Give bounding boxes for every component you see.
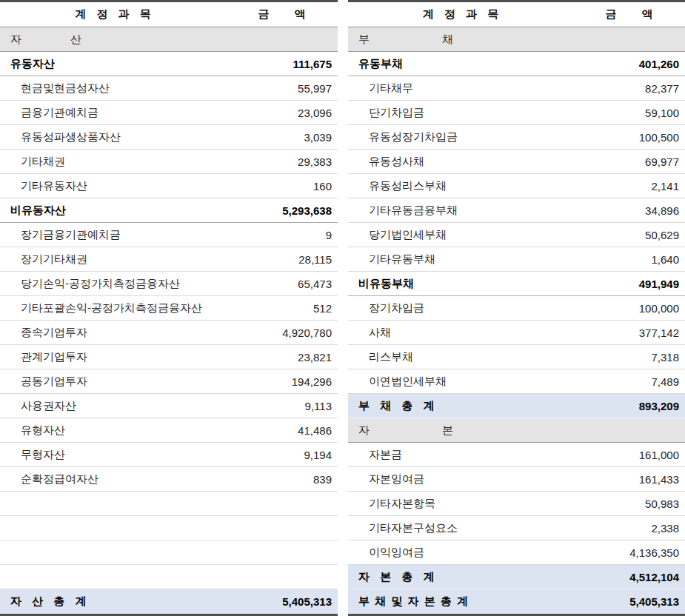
account-label: 장기금융기관예치금 bbox=[0, 228, 121, 242]
account-label: 비유동자산 bbox=[0, 204, 66, 218]
account-label: 기타자본항목 bbox=[348, 497, 435, 511]
amount-value: 50,983 bbox=[645, 498, 685, 510]
section-char-left: 자 bbox=[358, 424, 370, 438]
amount-value: 7,318 bbox=[651, 351, 685, 364]
table-header-row: 계 정 과 목 금 액 bbox=[0, 2, 338, 27]
account-label: 자본잉여금 bbox=[348, 472, 424, 486]
account-label: 당기손익-공정가치측정금융자산 bbox=[0, 277, 180, 291]
account-label: 공동기업투자 bbox=[0, 375, 87, 389]
amount-value: 512 bbox=[313, 302, 338, 315]
amount-value: 50,629 bbox=[645, 229, 685, 241]
account-label: 순확정급여자산 bbox=[0, 472, 98, 486]
amount-value: 2,141 bbox=[651, 180, 685, 192]
table-row-item: 현금및현금성자산55,997 bbox=[0, 76, 338, 101]
table-row-item: 기타유동부채1,640 bbox=[348, 247, 685, 272]
account-label: 사채 bbox=[348, 326, 391, 340]
table-row-item: 기타유동자산160 bbox=[0, 174, 338, 198]
table-row-group: 유동자산111,675 bbox=[0, 52, 338, 76]
amount-value: 5,405,313 bbox=[282, 595, 338, 608]
amount-value: 59,100 bbox=[645, 107, 685, 119]
amount-value: 9,194 bbox=[304, 449, 338, 461]
amount-value: 23,096 bbox=[298, 107, 338, 119]
table-row-item: 당기손익-공정가치측정금융자산65,473 bbox=[0, 272, 338, 296]
account-label: 부 채 및 자 본 총 계 bbox=[348, 595, 469, 609]
amount-value: 29,383 bbox=[298, 155, 338, 168]
table-row-item: 유형자산41,486 bbox=[0, 418, 338, 443]
header-amount: 금 액 bbox=[227, 7, 338, 21]
account-label: 단기차입금 bbox=[348, 106, 424, 120]
table-row-item: 기타채무82,377 bbox=[348, 76, 685, 101]
section-label: 자본 bbox=[358, 424, 453, 438]
amount-value: 401,260 bbox=[639, 58, 685, 70]
header-account: 계 정 과 목 bbox=[0, 7, 227, 21]
account-label: 사용권자산 bbox=[0, 399, 76, 413]
table-row-item: 종속기업투자4,920,780 bbox=[0, 321, 338, 345]
table-row-item: 자본잉여금161,433 bbox=[348, 467, 685, 492]
amount-value: 69,977 bbox=[645, 155, 685, 168]
amount-value: 82,377 bbox=[645, 82, 685, 95]
account-label: 기타포괄손익-공정가치측정금융자산 bbox=[0, 301, 202, 315]
table-row-item: 기타유동금융부채34,896 bbox=[348, 198, 685, 223]
account-label: 이익잉여금 bbox=[348, 546, 424, 560]
table-row-item: 관계기업투자23,821 bbox=[0, 345, 338, 369]
table-row-item: 단기차입금59,100 bbox=[348, 101, 685, 125]
amount-value: 41,486 bbox=[298, 424, 338, 437]
amount-value: 893,209 bbox=[639, 400, 685, 412]
table-row-total: 부 채 총 계893,209 bbox=[348, 394, 685, 418]
table-row-item: 기타채권29,383 bbox=[0, 150, 338, 174]
table-row-empty bbox=[0, 540, 338, 565]
section-char-right: 본 bbox=[442, 424, 453, 438]
account-label: 유동성리스부채 bbox=[348, 179, 447, 193]
table-row-item: 유동성리스부채2,141 bbox=[348, 174, 685, 198]
account-label: 자 본 총 계 bbox=[348, 570, 435, 584]
table-row-item: 이익잉여금4,136,350 bbox=[348, 540, 685, 565]
amount-value: 55,997 bbox=[298, 82, 338, 95]
table-row-item: 기타포괄손익-공정가치측정금융자산512 bbox=[0, 296, 338, 321]
account-label: 부 채 총 계 bbox=[348, 399, 435, 413]
account-label: 유동성사채 bbox=[348, 155, 424, 169]
account-label: 유동성장기차입금 bbox=[348, 130, 458, 144]
account-label: 유동자산 bbox=[0, 57, 55, 71]
table-row-item: 기타자본구성요소2,338 bbox=[348, 516, 685, 540]
table-row-empty bbox=[0, 565, 338, 589]
amount-value: 100,000 bbox=[639, 302, 685, 315]
balance-sheet: 계 정 과 목 금 액 자산유동자산111,675현금및현금성자산55,997금… bbox=[0, 0, 685, 616]
table-row-item: 장기차입금100,000 bbox=[348, 296, 685, 321]
section-char-right: 채 bbox=[442, 33, 453, 47]
account-label: 유동성파생상품자산 bbox=[0, 130, 121, 144]
table-row-total: 자 본 총 계4,512,104 bbox=[348, 565, 685, 589]
table-row-item: 무형자산9,194 bbox=[0, 443, 338, 467]
amount-value: 160 bbox=[313, 180, 338, 192]
table-row-empty bbox=[0, 516, 338, 540]
amount-value: 7,489 bbox=[651, 375, 685, 388]
table-row-section: 자산 bbox=[0, 27, 338, 52]
amount-value: 34,896 bbox=[645, 204, 685, 217]
table-row-total: 자 산 총 계5,405,313 bbox=[0, 589, 338, 614]
section-label: 부채 bbox=[358, 33, 453, 47]
account-label: 기타자본구성요소 bbox=[348, 521, 458, 535]
amount-value: 5,405,313 bbox=[629, 595, 685, 608]
amount-value: 2,338 bbox=[651, 522, 685, 535]
amount-value: 3,039 bbox=[304, 131, 338, 144]
amount-value: 839 bbox=[313, 473, 338, 486]
table-row-group: 비유동자산5,293,638 bbox=[0, 198, 338, 223]
table-body: 부채유동부채401,260기타채무82,377단기차입금59,100유동성장기차… bbox=[348, 27, 685, 614]
account-label: 기타유동금융부채 bbox=[348, 204, 458, 218]
account-label: 유형자산 bbox=[0, 424, 65, 438]
table-row-section: 자본 bbox=[348, 418, 685, 443]
account-label: 자 산 총 계 bbox=[0, 595, 87, 609]
table-row-item: 사채377,142 bbox=[348, 321, 685, 345]
amount-value: 5,293,638 bbox=[282, 204, 338, 217]
amount-value: 65,473 bbox=[298, 278, 338, 290]
table-row-item: 자본금161,000 bbox=[348, 443, 685, 467]
account-label: 유동부채 bbox=[348, 57, 403, 71]
table-row-item: 금융기관예치금23,096 bbox=[0, 101, 338, 125]
amount-value: 161,000 bbox=[639, 449, 685, 461]
amount-value: 23,821 bbox=[298, 351, 338, 364]
amount-value: 161,433 bbox=[639, 473, 685, 486]
table-row-item: 장기기타채권28,115 bbox=[0, 247, 338, 272]
account-label: 관계기업투자 bbox=[0, 350, 87, 364]
section-char-left: 부 bbox=[358, 33, 370, 47]
section-char-left: 자 bbox=[10, 33, 21, 47]
amount-value: 4,512,104 bbox=[629, 571, 685, 583]
